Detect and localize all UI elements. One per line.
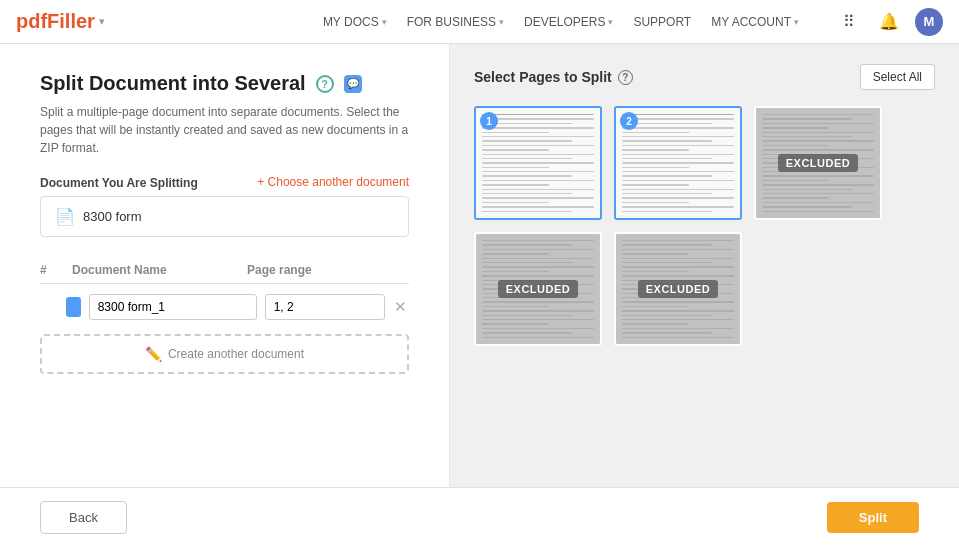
excluded-label-5: EXCLUDED: [638, 280, 719, 298]
main-layout: Split Document into Several ? 💬 Split a …: [0, 44, 959, 487]
pencil-icon: ✏️: [145, 346, 162, 362]
page-thumb-1[interactable]: 1: [474, 106, 602, 220]
col-page-range: Page range: [247, 263, 377, 277]
split-button[interactable]: Split: [827, 502, 919, 533]
document-box: 📄 8300 form: [40, 196, 409, 237]
footer: Back Split: [0, 487, 959, 547]
nav-caret-icon: ▾: [794, 17, 799, 27]
apps-icon[interactable]: ⠿: [835, 8, 863, 36]
page-thumb-inner-4: EXCLUDED: [476, 234, 600, 344]
help-icon[interactable]: ?: [316, 75, 334, 93]
col-hash: #: [40, 263, 64, 277]
nav-for-business[interactable]: FOR BUSINESS ▾: [407, 15, 504, 29]
nav-caret-icon: ▾: [382, 17, 387, 27]
color-swatch: [66, 297, 81, 317]
nav-caret-icon: ▾: [499, 17, 504, 27]
nav-icons: ⠿ 🔔 M: [835, 8, 943, 36]
page-title-row: Split Document into Several ? 💬: [40, 72, 409, 95]
col-doc-name: Document Name: [72, 263, 239, 277]
section-label: Document You Are Splitting: [40, 176, 198, 190]
select-all-button[interactable]: Select All: [860, 64, 935, 90]
page-thumb-inner-2: 2: [616, 108, 740, 218]
subtitle: Split a multiple-page document into sepa…: [40, 103, 409, 157]
add-document-label: Create another document: [168, 347, 304, 361]
chat-icon[interactable]: 💬: [344, 75, 362, 93]
page-title: Split Document into Several: [40, 72, 306, 95]
logo-caret-icon: ▾: [99, 15, 105, 28]
choose-another-link[interactable]: + Choose another document: [257, 175, 409, 189]
nav-my-docs[interactable]: MY DOCS ▾: [323, 15, 387, 29]
excluded-label-4: EXCLUDED: [498, 280, 579, 298]
right-panel: Select Pages to Split ? Select All 1: [450, 44, 959, 487]
left-panel: Split Document into Several ? 💬 Split a …: [0, 44, 450, 487]
page-thumb-2[interactable]: 2: [614, 106, 742, 220]
excluded-overlay-5: EXCLUDED: [616, 234, 740, 344]
nav-developers[interactable]: DEVELOPERS ▾: [524, 15, 613, 29]
pages-grid: 1: [474, 106, 935, 346]
excluded-overlay-3: EXCLUDED: [756, 108, 880, 218]
page-badge-1: 1: [480, 112, 498, 130]
page-thumb-5[interactable]: EXCLUDED: [614, 232, 742, 346]
table-header: # Document Name Page range: [40, 257, 409, 284]
add-document-button[interactable]: ✏️ Create another document: [40, 334, 409, 374]
right-title: Select Pages to Split ?: [474, 69, 633, 85]
nav-my-account[interactable]: MY ACCOUNT ▾: [711, 15, 799, 29]
page-thumb-inner-5: EXCLUDED: [616, 234, 740, 344]
notifications-icon[interactable]: 🔔: [875, 8, 903, 36]
nav-caret-icon: ▾: [608, 17, 613, 27]
excluded-overlay-4: EXCLUDED: [476, 234, 600, 344]
page-thumb-3[interactable]: EXCLUDED: [754, 106, 882, 220]
document-icon: 📄: [55, 207, 75, 226]
document-name: 8300 form: [83, 209, 142, 224]
back-button[interactable]: Back: [40, 501, 127, 534]
page-badge-2: 2: [620, 112, 638, 130]
nav-links: MY DOCS ▾ FOR BUSINESS ▾ DEVELOPERS ▾ SU…: [323, 15, 799, 29]
delete-row-button[interactable]: ✕: [393, 296, 409, 318]
navbar: pdfFiller ▾ MY DOCS ▾ FOR BUSINESS ▾ DEV…: [0, 0, 959, 44]
logo-pdf: pdf: [16, 10, 47, 32]
page-thumb-inner-3: EXCLUDED: [756, 108, 880, 218]
page-thumb-4[interactable]: EXCLUDED: [474, 232, 602, 346]
nav-support[interactable]: SUPPORT: [633, 15, 691, 29]
doc-name-input[interactable]: [89, 294, 257, 320]
page-thumb-inner-1: 1: [476, 108, 600, 218]
table-row: ✕: [40, 290, 409, 324]
avatar[interactable]: M: [915, 8, 943, 36]
table-section: # Document Name Page range ✕ ✏️ Create a…: [40, 257, 409, 374]
logo-filler: Filler: [47, 10, 95, 32]
logo-text: pdfFiller: [16, 10, 95, 33]
logo[interactable]: pdfFiller ▾: [16, 10, 105, 33]
page-range-input[interactable]: [265, 294, 385, 320]
excluded-label-3: EXCLUDED: [778, 154, 859, 172]
right-header: Select Pages to Split ? Select All: [474, 64, 935, 90]
info-icon[interactable]: ?: [618, 70, 633, 85]
